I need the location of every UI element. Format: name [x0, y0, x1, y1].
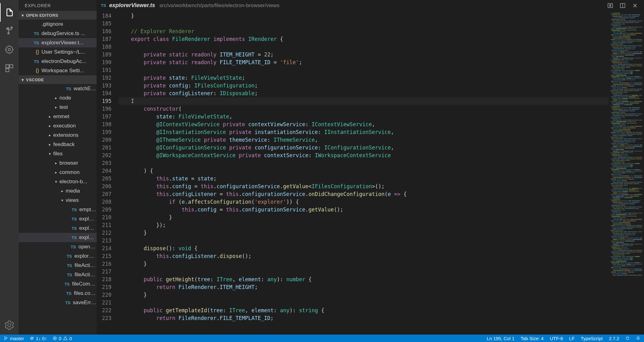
tree-file[interactable]: TSfileActio...	[19, 270, 97, 279]
chevron-icon: ▸	[48, 124, 52, 128]
file-type-icon: TS	[62, 282, 70, 286]
file-type-icon: TS	[64, 273, 72, 277]
settings-icon[interactable]	[0, 316, 19, 335]
svg-rect-6	[611, 3, 613, 7]
tree-folder[interactable]: ▸execution	[19, 121, 97, 131]
explorer-icon[interactable]	[0, 3, 19, 22]
tree-file[interactable]: TSexplorer...	[19, 251, 97, 261]
file-type-icon: TS	[68, 245, 76, 249]
status-branch[interactable]: master	[4, 336, 24, 341]
svg-rect-4	[6, 69, 9, 72]
tree-label: execution	[53, 123, 76, 129]
minimap[interactable]	[609, 11, 644, 335]
open-editor-item[interactable]: {}User Settings~/L...	[19, 47, 97, 57]
status-bell-icon[interactable]	[636, 336, 640, 341]
scm-icon[interactable]	[0, 22, 19, 40]
tree-label: extensions	[53, 132, 78, 138]
editor-body[interactable]: 1841851861871881891901911921931941951961…	[97, 11, 644, 335]
activity-bar	[0, 0, 19, 335]
tree-label: explor...	[79, 216, 97, 222]
svg-rect-3	[10, 65, 13, 68]
status-feedback-icon[interactable]	[625, 336, 630, 341]
split-icon[interactable]	[619, 2, 626, 9]
chevron-icon: ▸	[54, 96, 58, 100]
file-label: .gitignore	[41, 21, 63, 27]
file-type-icon: TS	[31, 59, 39, 64]
extensions-icon[interactable]	[0, 59, 19, 78]
tree-label: test	[59, 104, 68, 110]
tree-label: fileComm...	[72, 281, 97, 287]
tree-folder[interactable]: ▸emmet	[19, 112, 97, 121]
tree-label: openE...	[78, 244, 97, 250]
tree-label: media	[66, 188, 80, 194]
status-lang[interactable]: TypeScript	[581, 336, 603, 341]
tree-folder[interactable]: ▸common	[19, 168, 97, 177]
tree-label: feedback	[53, 141, 75, 148]
open-editors-header[interactable]: ▾OPEN EDITORS	[19, 11, 97, 20]
status-sync[interactable]: 1↓ 0↑	[30, 336, 47, 341]
sidebar: EXPLORER ▾OPEN EDITORS .gitignoreTSdebug…	[19, 0, 97, 335]
status-tsversion[interactable]: 2.7.2	[609, 336, 619, 341]
tree-label: files.con...	[74, 290, 97, 296]
editor-tab-bar: TS explorerViewer.ts src/vs/workbench/pa…	[97, 0, 644, 11]
file-type-icon: TS	[64, 254, 72, 259]
chevron-icon: ▸	[48, 133, 52, 137]
open-editor-item[interactable]: TSelectronDebugAc...	[19, 57, 97, 66]
open-editor-item[interactable]: {}Workspace Setti...	[19, 66, 97, 75]
tree-file[interactable]: TSopenE...	[19, 242, 97, 251]
tree-folder[interactable]: ▸node	[19, 93, 97, 103]
debug-icon[interactable]	[0, 40, 19, 59]
tree-folder[interactable]: ▸browser	[19, 158, 97, 168]
tab-path: src/vs/workbench/parts/files/electron-br…	[159, 2, 279, 9]
file-label: Workspace Setti...	[41, 68, 84, 74]
tree-file[interactable]: TSfileActio...	[19, 261, 97, 270]
chevron-icon: ▾	[54, 180, 58, 184]
compare-icon[interactable]	[607, 2, 614, 9]
tree-file[interactable]: TSfileComm...	[19, 279, 97, 289]
tree-file[interactable]: TSfiles.con...	[19, 289, 97, 298]
file-label: debugService.ts ...	[41, 30, 85, 37]
tree-file[interactable]: TSwatchEx...	[19, 84, 97, 93]
tree-folder[interactable]: ▾electron-b...	[19, 177, 97, 186]
tree-folder[interactable]: ▾views	[19, 196, 97, 205]
status-encoding[interactable]: UTF-8	[550, 336, 563, 341]
status-linecol[interactable]: Ln 195, Col 1	[487, 336, 514, 341]
file-type-icon: TS	[31, 41, 39, 45]
tab-filename[interactable]: explorerViewer.ts	[109, 2, 155, 9]
tree-label: watchEx...	[74, 86, 97, 92]
open-editor-item[interactable]: .gitignore	[19, 20, 97, 29]
tree-label: common	[59, 169, 80, 175]
status-errors[interactable]: 0 0	[53, 336, 72, 341]
tree-label: fileActio...	[75, 272, 97, 278]
file-type-icon: TS	[63, 87, 71, 91]
tree-file[interactable]: TSsaveErro...	[19, 298, 97, 307]
status-tabsize[interactable]: Tab Size: 4	[521, 336, 544, 341]
tree-folder[interactable]: ▾files	[19, 149, 97, 158]
file-type-icon: TS	[63, 300, 70, 305]
tree-label: node	[59, 95, 71, 101]
open-editor-item[interactable]: TSdebugService.ts ...	[19, 29, 97, 38]
chevron-icon: ▾	[60, 198, 64, 202]
open-editor-item[interactable]: TSexplorerViewer.t...	[19, 38, 97, 47]
tree-folder[interactable]: ▸feedback	[19, 140, 97, 149]
file-label: electronDebugAc...	[41, 58, 86, 64]
status-eol[interactable]: LF	[569, 336, 575, 341]
tree-label: fileActio...	[75, 262, 97, 269]
tree-file[interactable]: TSexplor...	[19, 214, 97, 224]
tree-file[interactable]: TSempty...	[19, 205, 97, 214]
tree-file[interactable]: TSexplor...	[19, 233, 97, 242]
svg-point-0	[6, 46, 13, 53]
chevron-icon: ▸	[48, 142, 52, 147]
close-icon[interactable]	[632, 2, 638, 9]
chevron-icon: ▸	[54, 105, 58, 109]
tree-file[interactable]: TSexplor...	[19, 224, 97, 233]
sidebar-title: EXPLORER	[19, 0, 97, 11]
file-type-icon: TS	[69, 235, 77, 240]
svg-point-1	[8, 48, 11, 51]
tree-folder[interactable]: ▸extensions	[19, 131, 97, 140]
tree-folder[interactable]: ▸test	[19, 103, 97, 112]
tree-folder[interactable]: ▸media	[19, 186, 97, 196]
file-type-icon: {}	[31, 68, 39, 73]
file-type-icon: TS	[69, 207, 77, 212]
vscode-header[interactable]: ▾VSCODE	[19, 75, 97, 84]
